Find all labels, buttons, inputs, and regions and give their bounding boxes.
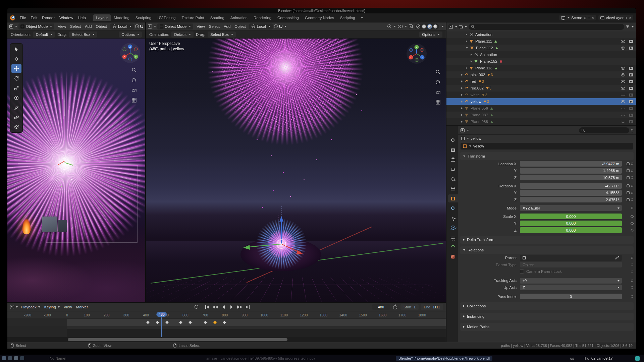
- field-decorators[interactable]: [622, 215, 633, 218]
- drag-select[interactable]: Select Box: [69, 32, 97, 38]
- properties-tab[interactable]: [448, 233, 458, 241]
- disclosure-triangle-icon[interactable]: [461, 121, 463, 123]
- disclosure-triangle-icon[interactable]: [461, 114, 463, 116]
- transform-field[interactable]: 2.6751°: [520, 197, 622, 202]
- render-visibility-icon[interactable]: [629, 87, 633, 90]
- timeline-scrollbar[interactable]: [68, 338, 287, 341]
- taskbar-clock[interactable]: Thu, 02 Jan 09:17: [583, 356, 613, 360]
- disclosure-triangle-icon[interactable]: [461, 107, 463, 109]
- add-cube-tool[interactable]: [11, 122, 21, 131]
- hide-eye-icon[interactable]: [621, 47, 625, 50]
- delta-transform-panel-header[interactable]: Delta Transform: [460, 236, 634, 244]
- properties-tab[interactable]: [448, 165, 458, 173]
- instancing-panel-header[interactable]: Instancing: [460, 313, 634, 320]
- options-button[interactable]: Options: [119, 32, 142, 38]
- filter-chevron-icon[interactable]: [632, 26, 634, 27]
- properties-tab[interactable]: [448, 175, 458, 183]
- editor-type-icon[interactable]: [10, 305, 14, 309]
- render-visibility-icon[interactable]: [629, 107, 633, 110]
- cursor-tool[interactable]: [11, 54, 21, 63]
- timeline-channels[interactable]: [7, 326, 446, 337]
- xray-toggle-icon[interactable]: [409, 24, 413, 28]
- field-decorators[interactable]: [622, 169, 633, 172]
- camera-view-icon[interactable]: [435, 89, 440, 95]
- hide-eye-icon[interactable]: [621, 67, 625, 70]
- workspace-tab[interactable]: Sculpting: [132, 14, 154, 21]
- render-visibility-icon[interactable]: [629, 94, 633, 97]
- snap-magnet-icon[interactable]: [279, 25, 282, 28]
- disclosure-triangle-icon[interactable]: [461, 94, 463, 96]
- pin-icon[interactable]: [584, 17, 586, 19]
- hide-eye-icon[interactable]: [621, 94, 625, 96]
- workspace-tab[interactable]: Texture Paint: [179, 14, 207, 21]
- relations-panel-header[interactable]: Relations: [460, 246, 634, 254]
- editor-type-icon[interactable]: [148, 24, 152, 28]
- frame-start-field[interactable]: Start1: [400, 304, 419, 310]
- scene-selector[interactable]: Scene + ×: [559, 15, 596, 20]
- outliner-row[interactable]: Plane.112: [446, 45, 636, 51]
- hide-eye-icon[interactable]: [621, 114, 625, 116]
- remove-viewlayer-icon[interactable]: ×: [629, 16, 631, 20]
- transform-field[interactable]: -42.711°: [520, 183, 622, 189]
- workspace-tab[interactable]: Animation: [227, 14, 251, 21]
- outliner-row[interactable]: Animation: [446, 31, 636, 38]
- shading-material-button[interactable]: [427, 24, 432, 29]
- properties-tab[interactable]: [448, 253, 458, 261]
- menu-item[interactable]: Render: [40, 15, 57, 21]
- viewlayer-selector[interactable]: ViewLayer + ×: [598, 15, 633, 20]
- proportional-editing-icon[interactable]: [135, 24, 139, 28]
- field-decorators[interactable]: [622, 229, 633, 231]
- camera-parent-lock-checkbox[interactable]: [520, 269, 524, 274]
- mode-select[interactable]: Object Mode: [157, 23, 193, 29]
- filter-icon[interactable]: [626, 25, 629, 28]
- editor-type-icon[interactable]: [461, 128, 465, 132]
- menu-item[interactable]: Help: [75, 15, 88, 21]
- workspace-tab[interactable]: Compositing: [274, 14, 302, 21]
- timeline-menu[interactable]: View: [62, 304, 74, 310]
- timeline-summary-track[interactable]: [7, 319, 446, 326]
- render-visibility-icon[interactable]: [629, 120, 633, 123]
- outliner-row[interactable]: pink.002: [446, 71, 636, 78]
- shading-options-chevron-icon[interactable]: [442, 26, 444, 27]
- hide-eye-icon[interactable]: [621, 73, 625, 76]
- hide-eye-icon[interactable]: [621, 100, 625, 103]
- properties-tab[interactable]: [448, 136, 458, 144]
- taskbar-launcher-icons[interactable]: [2, 356, 24, 360]
- outliner-row[interactable]: Plane.113: [446, 65, 636, 71]
- disclosure-triangle-icon[interactable]: [461, 87, 463, 89]
- zoom-icon[interactable]: [435, 69, 440, 74]
- disclosure-triangle-icon[interactable]: [471, 54, 472, 56]
- collections-panel-header[interactable]: Collections: [460, 302, 634, 310]
- shading-wireframe-button[interactable]: [416, 24, 421, 29]
- viewport-menu[interactable]: View: [56, 24, 68, 29]
- transform-orientation-select[interactable]: Local: [249, 23, 273, 29]
- shading-solid-button[interactable]: [422, 24, 426, 29]
- taskbar-window-noname[interactable]: [No Name]: [49, 356, 66, 360]
- workspace-tab[interactable]: Rendering: [251, 14, 274, 21]
- disclosure-triangle-icon[interactable]: [461, 74, 463, 76]
- field-decorators[interactable]: [622, 185, 633, 187]
- prev-keyframe-button[interactable]: [212, 304, 219, 310]
- mode-select[interactable]: Object Mode: [18, 23, 54, 29]
- timeline-ruler[interactable]: -200-10001002003004005006007008009001000…: [7, 311, 446, 319]
- transform-field[interactable]: XYZ Euler: [520, 205, 622, 211]
- pin-icon[interactable]: [631, 129, 633, 131]
- play-button[interactable]: [228, 304, 235, 310]
- up-axis-select[interactable]: Z: [520, 285, 622, 290]
- navigation-gizmo[interactable]: Z X Y: [120, 43, 141, 63]
- properties-search-input[interactable]: [586, 128, 627, 132]
- transform-field[interactable]: 0.000: [520, 221, 622, 226]
- render-visibility-icon[interactable]: [629, 100, 633, 103]
- outliner-row[interactable]: red: [446, 78, 636, 85]
- outliner-row[interactable]: Animation: [446, 51, 636, 58]
- proportional-editing-icon[interactable]: [274, 24, 278, 28]
- editor-type-icon[interactable]: [449, 25, 453, 29]
- drag-select[interactable]: Select Box: [208, 32, 236, 38]
- properties-tab[interactable]: [448, 243, 458, 251]
- properties-tab[interactable]: [448, 185, 458, 193]
- taskbar-active-window[interactable]: Blender* [/home/amalie/Desktop/blender/f…: [396, 356, 492, 361]
- next-keyframe-button[interactable]: [236, 304, 244, 310]
- properties-tab[interactable]: [448, 224, 458, 232]
- taskbar-window-item[interactable]: amalie - vandestac/ngde_h94897595480/w (…: [206, 356, 315, 360]
- tracking-axis-select[interactable]: +Y: [520, 278, 622, 284]
